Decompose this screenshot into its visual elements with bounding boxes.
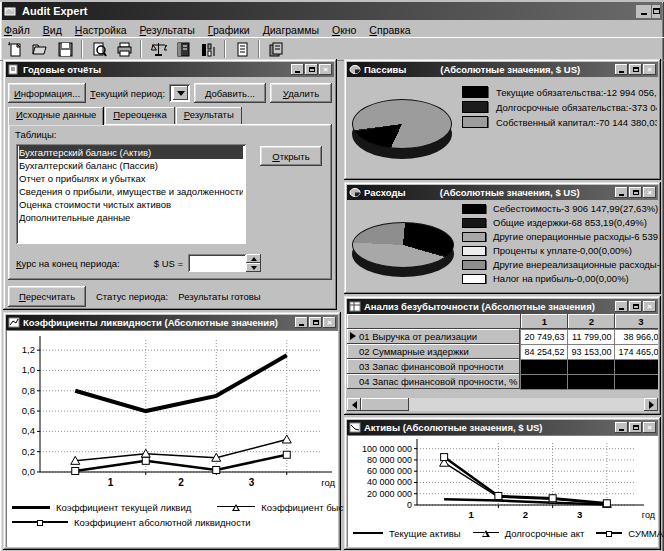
scales-button[interactable]: [146, 39, 170, 60]
tab-results[interactable]: Результаты: [176, 107, 242, 124]
list-item[interactable]: Бухгалтерский баланс (Пассив): [19, 159, 243, 172]
break-even-titlebar[interactable]: Анализ безубыточности (Абсолютные значен…: [347, 299, 658, 314]
open-button[interactable]: Открыть: [260, 146, 322, 166]
close-button[interactable]: ×: [323, 317, 336, 328]
tab-revaluation[interactable]: Переоценка: [105, 107, 174, 124]
close-button[interactable]: ×: [643, 187, 656, 198]
mdi-area: Годовые отчёты × Информация... Текущий п…: [2, 63, 662, 551]
column-header[interactable]: 2: [568, 314, 615, 329]
print-button[interactable]: [112, 39, 136, 60]
open-folder-button[interactable]: [28, 39, 52, 60]
minimize-button[interactable]: [295, 317, 308, 328]
menu-graphs[interactable]: Графики: [208, 24, 250, 36]
minimize-button[interactable]: [615, 422, 628, 433]
recalculate-button[interactable]: Пересчитать: [8, 286, 86, 307]
close-button[interactable]: ×: [319, 64, 332, 75]
bar-chart-button[interactable]: [196, 39, 220, 60]
rate-input[interactable]: [188, 254, 246, 272]
delete-button[interactable]: Удалить: [270, 83, 332, 103]
minimize-button[interactable]: [636, 5, 651, 18]
scroll-right-button[interactable]: [644, 398, 658, 411]
table-cell[interactable]: 11 799,00: [568, 329, 615, 344]
table-cell[interactable]: [615, 359, 658, 374]
list-item[interactable]: Сведения о прибыли, имуществе и задолжен…: [19, 185, 243, 198]
column-header[interactable]: 3: [615, 314, 658, 329]
row-header[interactable]: 03 Запас финансовой прочности: [347, 359, 521, 374]
list-item[interactable]: Дополнительные данные: [19, 211, 243, 224]
annual-reports-title: Годовые отчёты: [23, 64, 101, 75]
passives-titlebar[interactable]: Пассивы (Абсолютные значения, $ US) ×: [347, 62, 658, 77]
maximize-button[interactable]: [652, 5, 660, 18]
minimize-icon: [619, 308, 624, 310]
maximize-button[interactable]: [629, 187, 642, 198]
menu-view[interactable]: Вид: [43, 24, 62, 36]
maximize-icon: [633, 304, 639, 309]
maximize-button[interactable]: [629, 422, 642, 433]
menu-results[interactable]: Результаты: [140, 24, 195, 36]
menu-window[interactable]: Окно: [332, 24, 356, 36]
bar-chart-icon: [200, 41, 217, 58]
row-header[interactable]: 01 Выручка от реализации: [347, 329, 521, 344]
table-cell[interactable]: 84 254,52: [521, 344, 568, 359]
annual-reports-titlebar[interactable]: Годовые отчёты ×: [6, 62, 334, 77]
table-cell[interactable]: [521, 374, 568, 389]
combobox-dropdown-button[interactable]: [173, 86, 188, 100]
spinner-up-button[interactable]: [246, 254, 261, 263]
save-button[interactable]: [53, 39, 77, 60]
scroll-left-button[interactable]: [347, 398, 361, 411]
menu-settings[interactable]: Настройка: [75, 24, 127, 36]
tab-source-data[interactable]: Исходные данные: [8, 107, 104, 125]
menu-help[interactable]: Справка: [369, 24, 410, 36]
maximize-button[interactable]: [629, 64, 642, 75]
liquidity-titlebar[interactable]: Коэффициенты ликвидности (Абсолютные зна…: [6, 315, 338, 330]
svg-text:3: 3: [249, 477, 255, 488]
triangle-line-swatch: [217, 503, 255, 512]
print-preview-button[interactable]: [87, 39, 111, 60]
information-button[interactable]: Информация...: [8, 83, 86, 103]
scrollbar-thumb[interactable]: [361, 398, 409, 411]
svg-text:0,2: 0,2: [22, 446, 35, 457]
menu-diagrams[interactable]: Диаграммы: [263, 24, 319, 36]
table-cell[interactable]: 20 749,63: [521, 329, 568, 344]
table-cell[interactable]: 38 966,00: [615, 329, 658, 344]
report-button[interactable]: [230, 39, 254, 60]
notebook-button[interactable]: [171, 39, 195, 60]
list-item[interactable]: Бухгалтерский баланс (Актив): [19, 146, 243, 159]
table-cell[interactable]: 93 153,00: [568, 344, 615, 359]
maximize-button[interactable]: [305, 64, 318, 75]
minimize-button[interactable]: [291, 64, 304, 75]
row-header[interactable]: 02 Суммарные издержки: [347, 344, 521, 359]
spinner-down-button[interactable]: [246, 263, 261, 272]
minimize-icon: [619, 429, 624, 431]
close-button[interactable]: ×: [643, 64, 656, 75]
table-cell[interactable]: [568, 374, 615, 389]
period-status-value: Результаты готовы: [178, 291, 260, 302]
list-item[interactable]: Оценка стоимости чистых активов: [19, 198, 243, 211]
new-document-button[interactable]: [3, 39, 27, 60]
svg-text:3: 3: [577, 509, 582, 520]
current-period-combobox[interactable]: [169, 84, 190, 102]
corner-header[interactable]: [347, 314, 521, 329]
svg-text:0: 0: [407, 500, 412, 510]
export-button[interactable]: [264, 39, 288, 60]
period-status-label: Статус периода:: [96, 291, 168, 302]
minimize-button[interactable]: [615, 187, 628, 198]
table-cell[interactable]: 174 465,00: [615, 344, 658, 359]
close-button[interactable]: ×: [643, 422, 656, 433]
expenses-titlebar[interactable]: Расходы (Абсолютные значения, $ US) ×: [347, 185, 658, 200]
table-cell[interactable]: [568, 359, 615, 374]
table-cell[interactable]: [521, 359, 568, 374]
minimize-button[interactable]: [615, 301, 628, 312]
column-header[interactable]: 1: [521, 314, 568, 329]
maximize-button[interactable]: [309, 317, 322, 328]
row-header[interactable]: 04 Запас финансовой прочности, %: [347, 374, 521, 389]
minimize-button[interactable]: [615, 64, 628, 75]
menu-file[interactable]: Файл: [4, 24, 30, 36]
add-button[interactable]: Добавить...: [194, 83, 266, 103]
maximize-button[interactable]: [629, 301, 642, 312]
assets-titlebar[interactable]: Активы (Абсолютные значения, $ US) ×: [347, 420, 658, 435]
app-titlebar[interactable]: Audit Expert: [2, 2, 662, 20]
list-item[interactable]: Отчет о прибылях и убытках: [19, 172, 243, 185]
table-cell[interactable]: [615, 374, 658, 389]
close-button[interactable]: ×: [643, 301, 656, 312]
